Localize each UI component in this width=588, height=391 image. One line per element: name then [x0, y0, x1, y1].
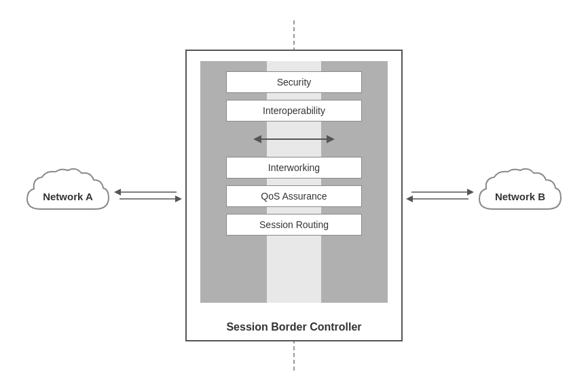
- cloud-network-b: Network B: [473, 165, 568, 226]
- bidirectional-arrow-row: [226, 128, 362, 150]
- svg-marker-12: [406, 196, 413, 202]
- svg-text:Network A: Network A: [43, 191, 93, 202]
- sbc-channel-strip: [267, 61, 321, 303]
- qos-label: QoS Assurance: [261, 191, 327, 202]
- security-label: Security: [277, 77, 312, 88]
- interoperability-label: Interoperability: [263, 105, 325, 116]
- interoperability-box: Interoperability: [226, 100, 362, 122]
- cloud-network-a: Network A: [20, 165, 115, 226]
- security-box: Security: [226, 71, 362, 93]
- qos-box: QoS Assurance: [226, 185, 362, 207]
- svg-text:Network B: Network B: [495, 191, 545, 202]
- interworking-box: Interworking: [226, 157, 362, 179]
- svg-marker-2: [253, 135, 261, 143]
- session-routing-box: Session Routing: [226, 214, 362, 236]
- right-connection-arrows: [406, 185, 474, 206]
- svg-marker-8: [175, 196, 182, 202]
- sbc-box: Security Interoperability Interwor: [185, 50, 403, 341]
- session-routing-label: Session Routing: [259, 219, 329, 230]
- sbc-inner-panel: Security Interoperability Interwor: [200, 61, 388, 303]
- sbc-title: Session Border Controller: [187, 321, 401, 333]
- bidirectional-arrow-svg: [253, 131, 335, 147]
- svg-marker-10: [467, 189, 474, 196]
- svg-marker-4: [327, 135, 335, 143]
- interworking-label: Interworking: [268, 162, 320, 173]
- left-connection-arrows: [114, 185, 182, 206]
- sbc-title-text: Session Border Controller: [226, 321, 361, 333]
- svg-marker-6: [114, 189, 121, 196]
- diagram-container: Network A Network B Security Interoperab…: [0, 0, 588, 391]
